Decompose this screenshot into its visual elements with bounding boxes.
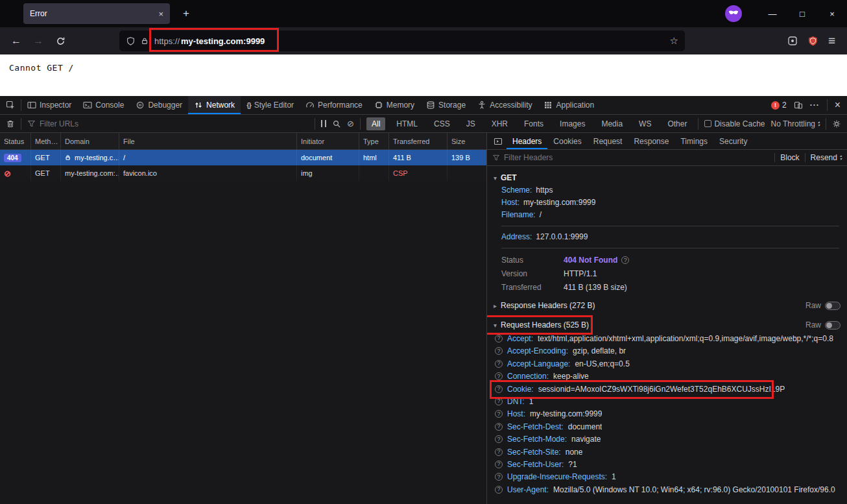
help-icon[interactable]: ? [621,256,629,264]
header-name[interactable]: User-Agent: [507,484,549,496]
devtools-close-icon[interactable]: × [835,99,841,111]
help-icon[interactable]: ? [495,335,503,342]
extension-icon[interactable] [787,36,798,46]
devtools-tab-debugger[interactable]: Debugger [130,96,188,114]
filter-urls-input[interactable]: Filter URLs [27,119,309,128]
help-icon[interactable]: ? [495,410,503,418]
network-settings-gear-icon[interactable] [832,119,841,128]
column-type[interactable]: Type [359,133,389,149]
header-name[interactable]: Accept: [507,333,533,345]
pause-icon[interactable] [321,120,326,127]
column-file[interactable]: File [119,133,297,149]
help-icon[interactable]: ? [495,486,503,494]
filter-pill-html[interactable]: HTML [391,117,423,130]
header-name[interactable]: Sec-Fetch-User: [507,459,564,471]
tab-close-icon[interactable]: × [158,9,163,19]
maximize-button[interactable]: □ [787,0,817,27]
filter-pill-all[interactable]: All [366,117,385,130]
network-request-row[interactable]: ⊘ GET my-testing.com:… favicon.ico img C… [0,165,486,181]
filter-pill-other[interactable]: Other [662,117,692,130]
column-method[interactable]: Meth… [31,133,61,149]
filter-pill-images[interactable]: Images [555,117,590,130]
devtools-tab-console[interactable]: Console [77,96,130,114]
forward-button[interactable]: → [29,31,48,51]
help-icon[interactable]: ? [495,385,503,393]
browser-tab[interactable]: Error × [23,3,170,24]
help-icon[interactable]: ? [495,347,503,355]
details-tab-request[interactable]: Request [588,133,628,149]
url-bar[interactable]: https:// my-testing.com:9999 ☆ [119,30,685,51]
lock-icon[interactable] [141,37,149,45]
minimize-button[interactable]: — [758,0,787,27]
resend-button[interactable]: Resend ▴▾ [811,153,842,162]
block-button[interactable]: Block [780,153,799,162]
header-name[interactable]: Accept-Encoding: [507,345,568,357]
ublock-icon[interactable] [807,36,818,47]
raw-toggle[interactable] [825,321,841,330]
shield-icon[interactable] [126,36,136,46]
filter-pill-xhr[interactable]: XHR [486,117,513,130]
header-name[interactable]: Sec-Fetch-Dest: [507,421,564,433]
header-name[interactable]: DNT: [507,396,525,408]
help-icon[interactable]: ? [495,398,503,405]
filter-pill-ws[interactable]: WS [634,117,656,130]
response-headers-section[interactable]: ▸ Response Headers (272 B) Raw [487,298,847,313]
request-headers-section[interactable]: ▾ Request Headers (525 B) Raw [487,317,847,333]
block-requests-icon[interactable]: ⊘ [347,119,354,128]
pick-element-icon[interactable] [0,96,21,114]
help-icon[interactable]: ? [495,435,503,443]
header-name[interactable]: Host: [507,408,525,420]
reload-button[interactable] [51,31,70,51]
request-summary-toggle[interactable]: ▾ GET [487,171,847,184]
new-tab-button[interactable]: + [176,4,196,23]
devtools-tab-network[interactable]: Network [188,96,241,114]
devtools-tab-storage[interactable]: Storage [420,96,471,114]
filter-pill-js[interactable]: JS [461,117,481,130]
back-button[interactable]: ← [6,31,26,51]
panel-toggle-icon[interactable] [490,133,507,149]
column-initiator[interactable]: Initiator [297,133,359,149]
network-request-row[interactable]: 404 GET my-testing.c… / document html 41… [0,150,486,165]
throttling-dropdown[interactable]: No Throttling ▴▾ [771,119,820,128]
details-tab-cookies[interactable]: Cookies [547,133,587,149]
error-count-badge[interactable]: ! 2 [771,101,787,110]
details-tab-headers[interactable]: Headers [507,133,547,149]
help-icon[interactable]: ? [495,372,503,380]
menu-button[interactable]: ≡ [828,34,835,48]
devtools-tab-memory[interactable]: Memory [368,96,420,114]
header-name[interactable]: Accept-Language: [507,358,570,370]
filter-pill-css[interactable]: CSS [429,117,455,130]
column-size[interactable]: Size [447,133,486,149]
filter-headers-input[interactable]: Filter Headers [492,153,769,162]
details-tab-security[interactable]: Security [713,133,753,149]
details-tab-timings[interactable]: Timings [674,133,713,149]
devtools-tab-application[interactable]: Application [538,96,600,114]
help-icon[interactable]: ? [495,473,503,481]
column-transferred[interactable]: Transferred [389,133,447,149]
help-icon[interactable]: ? [495,448,503,456]
filter-pill-fonts[interactable]: Fonts [519,117,549,130]
clear-requests-icon[interactable] [6,119,15,128]
header-name[interactable]: Cookie: [507,383,534,396]
disable-cache-checkbox[interactable]: Disable Cache [704,119,765,128]
header-name[interactable]: Upgrade-Insecure-Requests: [507,471,607,483]
close-window-button[interactable]: × [817,0,847,27]
details-tab-response[interactable]: Response [628,133,674,149]
help-icon[interactable]: ? [495,423,503,431]
header-name[interactable]: Connection: [507,370,549,383]
column-domain[interactable]: Domain [61,133,119,149]
header-name[interactable]: Sec-Fetch-Site: [507,446,561,459]
help-icon[interactable]: ? [495,461,503,468]
devtools-tab-inspector[interactable]: Inspector [21,96,77,114]
bookmark-star-icon[interactable]: ☆ [670,35,678,47]
filter-pill-media[interactable]: Media [596,117,628,130]
devtools-tab-style-editor[interactable]: {} Style Editor [241,96,300,114]
help-icon[interactable]: ? [495,360,503,368]
raw-toggle[interactable] [825,302,841,310]
devtools-options-icon[interactable]: ··· [810,101,820,110]
devtools-tab-accessibility[interactable]: Accessibility [471,96,538,114]
devtools-tab-performance[interactable]: Performance [300,96,368,114]
responsive-design-icon[interactable] [794,101,803,110]
header-name[interactable]: Sec-Fetch-Mode: [507,433,567,446]
column-status[interactable]: Status [0,133,31,149]
